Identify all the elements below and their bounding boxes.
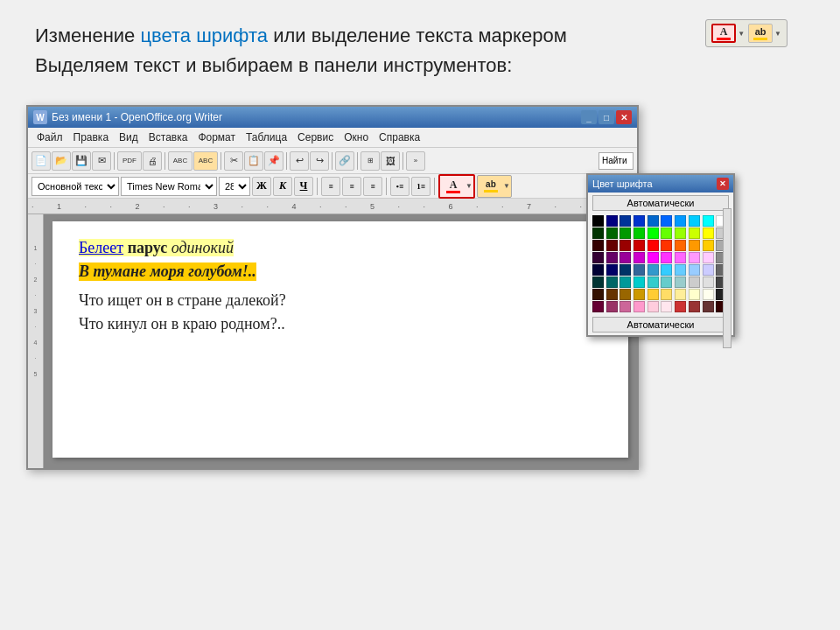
- color-cell[interactable]: [592, 252, 604, 263]
- color-cell[interactable]: [620, 240, 631, 251]
- color-cell[interactable]: [592, 276, 604, 288]
- color-cell[interactable]: [634, 240, 645, 251]
- color-cell[interactable]: [675, 240, 686, 251]
- color-cell[interactable]: [703, 228, 714, 239]
- color-cell[interactable]: [703, 301, 714, 312]
- color-cell[interactable]: [689, 228, 700, 239]
- font-color-dropdown[interactable]: ▼: [466, 182, 472, 190]
- color-cell[interactable]: [703, 264, 714, 276]
- color-cell[interactable]: [703, 215, 714, 227]
- tb-copy[interactable]: 📋: [244, 151, 263, 171]
- color-cell[interactable]: [703, 252, 714, 263]
- tb-link[interactable]: 🔗: [335, 151, 354, 171]
- close-button[interactable]: ✕: [616, 110, 632, 124]
- color-cell[interactable]: [606, 228, 618, 239]
- color-cell[interactable]: [606, 252, 618, 263]
- color-cell[interactable]: [592, 215, 604, 227]
- tb-spellcheck[interactable]: ABC: [168, 151, 192, 171]
- color-cell[interactable]: [661, 215, 672, 227]
- color-cell[interactable]: [634, 289, 645, 300]
- color-cell[interactable]: [606, 264, 618, 276]
- color-cell[interactable]: [661, 240, 672, 251]
- color-cell[interactable]: [606, 289, 618, 300]
- tb-redo[interactable]: ↪: [310, 151, 329, 171]
- color-cell[interactable]: [703, 240, 714, 251]
- list-unordered[interactable]: •≡: [390, 177, 410, 196]
- tb-new[interactable]: 📄: [32, 151, 51, 171]
- tb-image[interactable]: 🖼: [381, 151, 400, 171]
- tb-undo[interactable]: ↩: [290, 151, 309, 171]
- color-cell[interactable]: [689, 289, 700, 300]
- color-cell[interactable]: [675, 289, 686, 300]
- color-cell[interactable]: [675, 301, 686, 312]
- color-cell[interactable]: [620, 264, 631, 276]
- color-cell[interactable]: [675, 252, 686, 263]
- color-cell[interactable]: [689, 264, 700, 276]
- color-cell[interactable]: [661, 264, 672, 276]
- color-cell[interactable]: [675, 276, 686, 288]
- color-cell[interactable]: [634, 228, 645, 239]
- align-right[interactable]: ≡: [363, 177, 382, 196]
- minimize-button[interactable]: _: [581, 110, 597, 124]
- color-cell[interactable]: [648, 252, 659, 263]
- color-picker-scrollbar[interactable]: [723, 208, 732, 348]
- color-cell[interactable]: [661, 228, 672, 239]
- color-cell[interactable]: [689, 240, 700, 251]
- tb-paste[interactable]: 📌: [264, 151, 284, 171]
- italic-button[interactable]: К: [273, 177, 292, 196]
- tb-save[interactable]: 💾: [72, 151, 91, 171]
- align-center[interactable]: ≡: [342, 177, 361, 196]
- color-cell[interactable]: [703, 276, 714, 288]
- color-cell[interactable]: [634, 276, 645, 288]
- tb-table[interactable]: ⊞: [360, 151, 380, 171]
- color-cell[interactable]: [661, 289, 672, 300]
- color-cell[interactable]: [620, 228, 631, 239]
- fmt-highlight-button[interactable]: ab: [479, 177, 503, 196]
- tb-pdf[interactable]: PDF: [117, 151, 142, 171]
- align-left[interactable]: ≡: [321, 177, 340, 196]
- color-picker-auto-top[interactable]: Автоматически: [592, 195, 729, 211]
- menu-insert[interactable]: Вставка: [144, 130, 193, 145]
- color-cell[interactable]: [606, 276, 618, 288]
- color-cell[interactable]: [675, 228, 686, 239]
- list-ordered[interactable]: 1≡: [411, 177, 430, 196]
- color-cell[interactable]: [703, 289, 714, 300]
- color-cell[interactable]: [648, 301, 659, 312]
- color-cell[interactable]: [592, 301, 604, 312]
- tb-more[interactable]: »: [406, 151, 425, 171]
- search-input[interactable]: [598, 152, 634, 170]
- color-cell[interactable]: [689, 301, 700, 312]
- color-cell[interactable]: [648, 215, 659, 227]
- menu-edit[interactable]: Правка: [68, 130, 115, 145]
- menu-service[interactable]: Сервис: [292, 130, 339, 145]
- menu-table[interactable]: Таблица: [241, 130, 292, 145]
- font-select[interactable]: Times New Roman: [121, 177, 217, 196]
- color-cell[interactable]: [634, 301, 645, 312]
- color-cell[interactable]: [620, 301, 631, 312]
- menu-view[interactable]: Вид: [114, 130, 144, 145]
- menu-help[interactable]: Справка: [374, 130, 425, 145]
- color-cell[interactable]: [592, 264, 604, 276]
- maximize-button[interactable]: □: [598, 110, 614, 124]
- highlight-dropdown[interactable]: ▼: [503, 182, 510, 190]
- highlight-button[interactable]: ab: [748, 24, 773, 43]
- menu-file[interactable]: Файл: [32, 130, 68, 145]
- color-cell[interactable]: [606, 301, 618, 312]
- style-select[interactable]: Основной текст: [32, 177, 119, 196]
- color-cell[interactable]: [675, 264, 686, 276]
- color-cell[interactable]: [648, 228, 659, 239]
- color-cell[interactable]: [592, 228, 604, 239]
- color-cell[interactable]: [648, 289, 659, 300]
- color-cell[interactable]: [689, 215, 700, 227]
- oo-page-content[interactable]: Белеет парус одинокий В тумане моря голу…: [52, 221, 628, 458]
- menu-format[interactable]: Формат: [192, 130, 241, 145]
- color-cell[interactable]: [606, 215, 618, 227]
- color-cell[interactable]: [689, 276, 700, 288]
- font-color-dropdown-arrow[interactable]: ▼: [738, 30, 745, 38]
- fmt-font-color-button[interactable]: A: [441, 177, 466, 196]
- tb-spellcheck2[interactable]: ABC: [193, 151, 218, 171]
- tb-cut[interactable]: ✂: [224, 151, 243, 171]
- color-cell[interactable]: [648, 276, 659, 288]
- color-cell[interactable]: [592, 289, 604, 300]
- color-cell[interactable]: [648, 240, 659, 251]
